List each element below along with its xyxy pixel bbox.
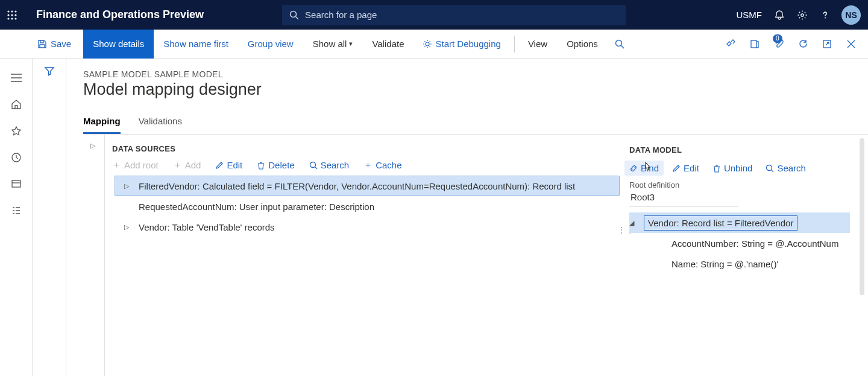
dm-heading: DATA MODEL — [629, 145, 850, 155]
svg-point-7 — [11, 18, 13, 19]
svg-point-12 — [825, 17, 826, 18]
refresh-icon[interactable] — [791, 30, 815, 59]
notifications-icon[interactable] — [774, 10, 785, 21]
link-icon — [629, 164, 638, 173]
show-all-dropdown[interactable]: Show all▾ — [303, 30, 363, 59]
svg-point-5 — [14, 14, 16, 16]
ds-node-filtered-vendor[interactable]: ▷ FilteredVendor: Calculated field = FIL… — [115, 176, 620, 196]
recent-icon[interactable] — [5, 147, 27, 168]
svg-point-6 — [7, 18, 9, 19]
page-tabs: Mapping Validations — [83, 112, 868, 135]
hamburger-icon[interactable] — [5, 67, 27, 89]
svg-line-23 — [772, 170, 774, 172]
svg-point-2 — [14, 10, 16, 12]
svg-line-21 — [315, 167, 317, 169]
ds-collapse-gutter: ▷ — [83, 135, 105, 376]
show-details-button[interactable]: Show details — [83, 30, 154, 59]
data-sources-panel: ▷ DATA SOURCES ＋Add root ＋Add Edit Delet… — [83, 135, 620, 376]
favorites-icon[interactable] — [5, 120, 27, 142]
pencil-icon — [215, 161, 224, 170]
group-view-button[interactable]: Group view — [238, 30, 303, 59]
dm-node-name[interactable]: ▷ Name: String = @.'name()' — [629, 253, 850, 274]
dm-search-button[interactable]: Search — [766, 163, 806, 173]
attachments-icon[interactable]: 0 — [767, 30, 791, 59]
search-button[interactable]: Search — [309, 160, 350, 170]
view-menu[interactable]: View — [518, 30, 557, 59]
filter-pane[interactable] — [33, 59, 66, 376]
dm-toolbar: Bind Edit Unbind Search — [629, 161, 850, 176]
data-model-panel: DATA MODEL Bind Edit Unbind Search Root … — [620, 135, 868, 376]
help-icon[interactable] — [820, 10, 831, 21]
validate-button[interactable]: Validate — [362, 30, 414, 59]
root-definition-value[interactable]: Root3 — [629, 190, 738, 206]
bind-button[interactable]: Bind — [624, 161, 664, 176]
workspace: SAMPLE MODEL SAMPLE MODEL Model mapping … — [0, 59, 868, 376]
save-icon — [37, 39, 47, 49]
svg-rect-19 — [12, 180, 20, 187]
edit-button[interactable]: Edit — [215, 160, 242, 170]
svg-point-14 — [615, 40, 621, 46]
product-title: Finance and Operations Preview — [36, 8, 204, 21]
svg-rect-16 — [751, 40, 756, 48]
cache-button[interactable]: ＋Cache — [363, 159, 401, 171]
page-title: Model mapping designer — [83, 80, 868, 99]
collapse-icon[interactable]: ▷ — [90, 142, 95, 150]
company-picker[interactable]: USMF — [737, 10, 763, 20]
chevron-down-icon: ▾ — [349, 40, 353, 48]
root-definition-label: Root definition — [629, 180, 850, 190]
delete-button[interactable]: Delete — [257, 160, 294, 170]
popout-icon[interactable] — [815, 30, 839, 59]
modules-icon[interactable] — [5, 200, 27, 221]
attachments-badge: 0 — [773, 34, 782, 43]
workspaces-icon[interactable] — [5, 173, 27, 195]
start-debugging-button[interactable]: Start Debugging — [414, 30, 510, 59]
svg-point-13 — [426, 42, 429, 46]
options-menu[interactable]: Options — [557, 30, 608, 59]
dm-edit-button[interactable]: Edit — [672, 163, 699, 173]
app-launcher-icon[interactable] — [7, 10, 29, 20]
svg-point-22 — [767, 165, 772, 170]
pencil-icon — [672, 164, 681, 173]
ds-node-requested-account[interactable]: ▷ RequestedAccountNum: User input parame… — [115, 196, 620, 217]
tab-mapping[interactable]: Mapping — [83, 112, 121, 134]
add-button[interactable]: ＋Add — [173, 159, 201, 171]
svg-point-9 — [291, 11, 297, 17]
close-icon[interactable] — [839, 30, 863, 59]
trash-icon — [257, 161, 265, 170]
unbind-button[interactable]: Unbind — [712, 163, 753, 173]
scrollbar[interactable] — [860, 138, 864, 295]
svg-point-4 — [11, 14, 13, 16]
search-icon — [289, 10, 299, 20]
ds-node-vendor[interactable]: ▷ Vendor: Table 'VendTable' records — [115, 217, 620, 237]
svg-point-1 — [11, 10, 13, 12]
main-content: SAMPLE MODEL SAMPLE MODEL Model mapping … — [66, 59, 868, 376]
expand-icon[interactable]: ▷ — [124, 182, 134, 190]
collapse-icon[interactable]: ◢ — [629, 219, 639, 227]
settings-icon[interactable] — [797, 10, 808, 21]
open-office-icon[interactable] — [743, 30, 767, 59]
page-search-icon[interactable] — [608, 30, 632, 59]
svg-line-15 — [621, 45, 624, 48]
home-icon[interactable] — [5, 94, 27, 115]
show-name-first-button[interactable]: Show name first — [154, 30, 238, 59]
expand-icon[interactable]: ▷ — [124, 223, 134, 231]
dm-node-account-number[interactable]: ▷ AccountNumber: String = @.AccountNum — [629, 233, 850, 253]
search-placeholder: Search for a page — [305, 10, 377, 20]
dm-tree: ◢ Vendor: Record list = FilteredVendor ▷… — [629, 212, 850, 274]
global-search[interactable]: Search for a page — [282, 5, 626, 25]
personalize-icon[interactable] — [719, 30, 743, 59]
svg-point-8 — [14, 18, 16, 19]
search-icon — [309, 161, 318, 170]
dm-node-vendor[interactable]: ◢ Vendor: Record list = FilteredVendor — [629, 212, 850, 233]
filter-icon — [44, 66, 55, 77]
save-button[interactable]: Save — [37, 30, 83, 59]
breadcrumb: SAMPLE MODEL SAMPLE MODEL — [83, 69, 868, 79]
tab-validations[interactable]: Validations — [139, 112, 182, 134]
svg-point-0 — [7, 10, 9, 12]
search-icon — [766, 164, 774, 173]
top-banner: Finance and Operations Preview Search fo… — [0, 0, 868, 30]
user-avatar[interactable]: NS — [841, 5, 861, 25]
ds-toolbar: ＋Add root ＋Add Edit Delete Search ＋Cache — [112, 159, 620, 171]
debug-icon — [423, 40, 432, 48]
add-root-button[interactable]: ＋Add root — [112, 159, 159, 171]
